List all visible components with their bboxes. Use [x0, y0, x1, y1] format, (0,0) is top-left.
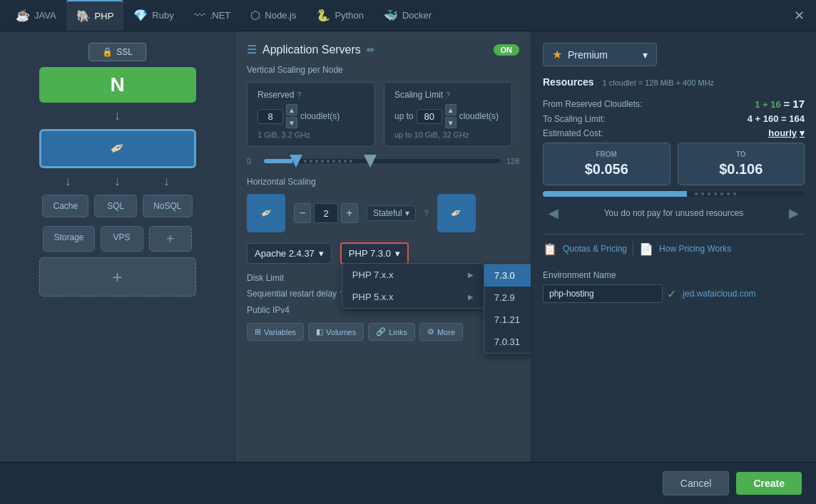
variables-icon: ⊞: [255, 327, 261, 336]
volumes-button[interactable]: ◧ Volumes: [308, 323, 364, 341]
hamburger-icon: ☰: [247, 43, 257, 56]
php-730-item[interactable]: 7.3.0: [484, 264, 531, 287]
feather-small-left[interactable]: ✒: [247, 194, 285, 232]
scaling-limit-input[interactable]: 80: [417, 109, 442, 124]
main-content: 🔒 SSL N ↓ ✒ ↓ ↓ ↓ Cache SQL: [0, 31, 816, 462]
more-icon: ⚙: [427, 327, 434, 336]
stateful-dropdown[interactable]: Stateful ▾: [367, 205, 416, 221]
tab-python[interactable]: 🐍 Python: [306, 0, 373, 31]
apache-dropdown[interactable]: Apache 2.4.37 ▾: [247, 243, 332, 264]
reserved-help-icon[interactable]: ?: [297, 91, 301, 99]
horizontal-scaling-section: Horizontal Scaling ✒ − 2 + Stateful ▾ ?: [247, 177, 519, 232]
tab-ruby[interactable]: 💎 Ruby: [123, 0, 183, 31]
feather-small-right[interactable]: ✒: [437, 194, 476, 232]
nav-left-arrow[interactable]: ◀: [543, 202, 564, 224]
ssl-button[interactable]: 🔒 SSL: [88, 43, 146, 61]
disk-label: Disk Limit: [247, 273, 284, 283]
chevron-down-premium: ▾: [643, 49, 648, 61]
slider-track[interactable]: [264, 159, 501, 163]
count-plus-btn[interactable]: +: [341, 203, 358, 223]
reserved-sub: 1 GiB, 3.2 GHz: [257, 130, 364, 139]
horizontal-help-icon[interactable]: ?: [424, 209, 429, 217]
edit-icon[interactable]: ✏: [367, 44, 375, 56]
reserved-down-btn[interactable]: ▼: [286, 117, 297, 128]
php-7121-item[interactable]: 7.1.21: [484, 309, 531, 331]
php7xx-item[interactable]: PHP 7.x.x ▶ 7.3.0 7.2.9 7.1.21 7.0.31: [342, 264, 484, 286]
links-button[interactable]: 🔗 Links: [368, 323, 415, 341]
php-dropdown[interactable]: PHP 7.3.0 ▾ PHP 7.x.x ▶ 7.3.0 7.2.9 7.1.…: [340, 242, 409, 264]
cost-from-value: $0.056: [554, 161, 660, 178]
chevron-right-5xx: ▶: [468, 293, 474, 301]
count-control: − 2 +: [294, 203, 358, 223]
reserved-up-btn[interactable]: ▲: [286, 104, 297, 115]
php-729-item[interactable]: 7.2.9: [484, 287, 531, 309]
reserved-number: 1: [755, 99, 760, 110]
nav-right-arrow[interactable]: ▶: [783, 202, 805, 224]
scaling-limit-value-row: up to 80 ▲ ▼ cloudlet(s): [394, 104, 501, 128]
add-node-button[interactable]: +: [39, 257, 196, 297]
ipv4-label: Public IPv4: [247, 305, 290, 315]
scaling-limit-value-right: 4 + 160 = 164: [748, 113, 805, 124]
horizontal-row: ✒ − 2 + Stateful ▾ ? ✒: [247, 194, 519, 232]
tab-net[interactable]: 〰 .NET: [184, 0, 241, 31]
arrow-down-1: ↓: [114, 108, 121, 123]
scaling-limit-down-btn[interactable]: ▼: [445, 117, 457, 128]
tab-php[interactable]: 🐘 PHP: [66, 0, 124, 31]
check-icon: ✓: [667, 287, 676, 301]
pricing-link[interactable]: How Pricing Works: [659, 244, 731, 254]
scaling-limit-spinner: ▲ ▼: [445, 104, 457, 128]
cancel-button[interactable]: Cancel: [663, 471, 730, 495]
restart-label: Sequential restart delay ?: [247, 289, 344, 299]
tab-nodejs[interactable]: ⬡ Node.js: [240, 0, 306, 31]
reserved-title: Reserved ?: [257, 90, 364, 100]
cost-to-label: TO: [688, 150, 795, 158]
more-button[interactable]: ⚙ More: [419, 323, 463, 341]
hourly-button[interactable]: hourly ▾: [768, 128, 805, 138]
left-panel: 🔒 SSL N ↓ ✒ ↓ ↓ ↓ Cache SQL: [0, 31, 235, 462]
scaling-limit-row-right: To Scaling Limit: 4 + 160 = 164: [543, 113, 805, 124]
quotas-link[interactable]: Quotas & Pricing: [563, 244, 627, 254]
bottom-toolbar: ⊞ Variables ◧ Volumes 🔗 Links ⚙ More: [247, 323, 519, 341]
tab-java[interactable]: ☕ JAVA: [6, 0, 66, 31]
vps-button[interactable]: VPS: [101, 226, 143, 252]
nginx-block[interactable]: N: [39, 67, 196, 103]
create-button[interactable]: Create: [736, 472, 802, 495]
feather-block[interactable]: ✒: [39, 129, 196, 168]
storage-button[interactable]: Storage: [43, 226, 94, 252]
toggle-on[interactable]: ON: [494, 44, 520, 56]
progress-fill: [543, 191, 687, 197]
lock-icon: 🔒: [102, 47, 113, 57]
docker-icon: 🐳: [384, 9, 398, 22]
scaling-limit-sub: up to 10 GiB, 32 GHz: [394, 130, 501, 139]
close-button[interactable]: ✕: [788, 5, 810, 26]
cache-button[interactable]: Cache: [42, 195, 88, 217]
cost-progress-bar: [543, 191, 805, 197]
progress-dots: [692, 192, 805, 195]
php-menu: PHP 7.x.x ▶ 7.3.0 7.2.9 7.1.21 7.0.31: [342, 263, 484, 309]
reserved-input[interactable]: 8: [257, 109, 283, 124]
add-storage-button[interactable]: +: [149, 226, 192, 252]
reserved-cloudlets-label: From Reserved Cloudlets:: [543, 99, 642, 109]
tab-docker[interactable]: 🐳 Docker: [374, 0, 442, 31]
php-7031-item[interactable]: 7.0.31: [484, 331, 531, 353]
env-input[interactable]: [543, 284, 663, 303]
premium-dropdown[interactable]: ★ Premium ▾: [543, 43, 657, 66]
count-minus-btn[interactable]: −: [294, 203, 311, 223]
nginx-logo: N: [110, 73, 124, 96]
premium-star-icon: ★: [552, 48, 562, 61]
sql-button[interactable]: SQL: [94, 195, 137, 217]
nosql-button[interactable]: NoSQL: [143, 195, 192, 217]
php-icon: 🐘: [76, 9, 91, 23]
net-icon: 〰: [194, 9, 205, 22]
reserved-cloudlets-row: From Reserved Cloudlets: 1 + 16 = 17: [543, 98, 805, 110]
middle-panel: ☰ Application Servers ✏ ON Vertical Scal…: [235, 31, 531, 462]
cost-to-value: $0.106: [688, 161, 795, 178]
variables-button[interactable]: ⊞ Variables: [247, 323, 304, 341]
node-buttons: Cache SQL NoSQL: [42, 195, 192, 217]
estimated-cost-row: Estimated Cost: hourly ▾: [543, 128, 805, 138]
scaling-cloudlets-label: cloudlet(s): [459, 111, 499, 121]
php5xx-item[interactable]: PHP 5.x.x ▶: [342, 286, 484, 308]
scaling-limit-help-icon[interactable]: ?: [446, 91, 450, 99]
scaling-limit-up-btn[interactable]: ▲: [445, 104, 457, 115]
reserved-total: 17: [792, 98, 805, 110]
